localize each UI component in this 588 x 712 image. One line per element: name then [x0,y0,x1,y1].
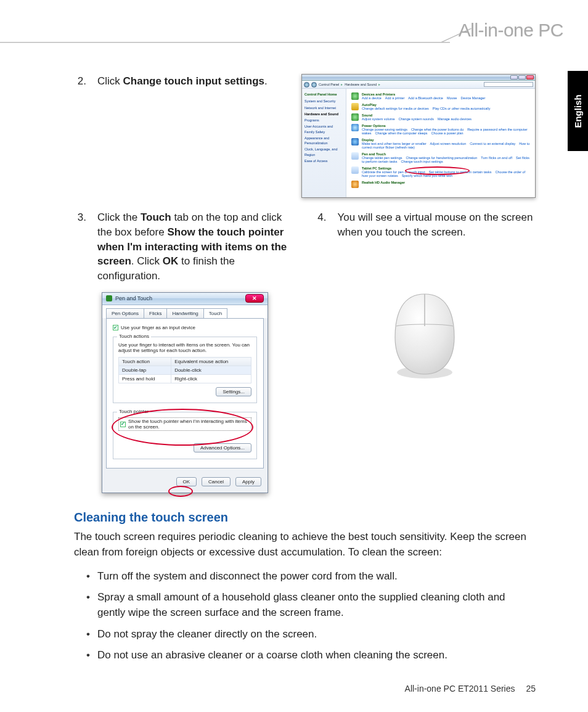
step-body: You will see a virtual mouse on the scre… [338,210,536,240]
tab-flicks[interactable]: Flicks [144,308,167,318]
link[interactable]: Device Manager [460,96,485,100]
breadcrumb[interactable]: Control Panel [319,83,339,86]
link[interactable]: Manage audio devices [438,117,472,121]
list-item: Spray a small amount of a household glas… [86,590,536,620]
link[interactable]: Add a Bluetooth device [408,96,443,100]
sidebar-header[interactable]: Control Panel Home [304,92,343,97]
nav-bar: Control Panel ▸ Hardware and Sound ▸ [302,81,535,89]
chevron-right-icon: ▸ [341,83,343,86]
category-icon [351,166,359,174]
language-tab: English [568,71,588,151]
link[interactable]: Connect to an external display [470,142,515,145]
category: DisplayMake text and other items larger … [351,138,530,149]
link[interactable]: Change when the computer sleeps [375,131,428,135]
minimize-button[interactable] [510,75,518,80]
table-row[interactable]: Press and holdRight-click [119,375,251,383]
app-icon [106,295,112,301]
tab-strip: Pen Options Flicks Handwriting Touch [102,305,267,318]
category-icon [351,92,359,100]
control-panel-screenshot: Control Panel ▸ Hardware and Sound ▸ Con… [301,74,536,198]
nav-back-icon[interactable] [304,82,309,88]
dialog-titlebar: Pen and Touch ✕ [102,293,267,305]
step-2: 2. Click Change touch input settings. [74,74,283,89]
main-panel: Devices and PrintersAdd a deviceAdd a pr… [346,89,535,197]
page-number: 25 [526,684,536,694]
virtual-mouse-illustration [314,289,536,382]
category: Devices and PrintersAdd a deviceAdd a pr… [351,92,530,100]
link[interactable]: Add a printer [385,96,405,100]
nav-forward-icon[interactable] [311,82,317,88]
sidebar-item[interactable]: Appearance and Personalization [304,136,343,146]
table-header[interactable]: Equivalent mouse action [171,358,251,366]
search-input[interactable] [484,82,533,87]
settings-button[interactable]: Settings... [216,387,251,396]
link[interactable]: Adjust screen resolution [430,142,467,145]
table-row[interactable]: Double-tapDouble-click [119,366,251,375]
list-item: Turn off the system and disconnect the p… [86,569,536,584]
footer-text: All-in-one PC ET2011 Series [405,684,515,694]
pen-touch-dialog-screenshot: Pen and Touch ✕ Pen Options Flicks Handw… [102,292,268,494]
list-item: Do not use an abrasive cleaner or a coar… [86,648,536,663]
tab-touch[interactable]: Touch [203,308,227,318]
link[interactable]: Change system sounds [399,117,434,121]
groupbox-text: Use your finger to interact with items o… [118,342,251,353]
annotation-circle [168,486,193,497]
page-header-title: All-in-one PC [459,20,563,41]
category-links: Change power-saving settingsChange what … [362,128,530,135]
link[interactable]: Choose a power plan [431,131,463,135]
sidebar-item[interactable]: User Accounts and Family Safety [304,124,343,134]
step-number: 2. [74,74,86,89]
tab-handwriting[interactable]: Handwriting [166,308,203,318]
close-button[interactable]: ✕ [245,294,264,303]
sidebar-item[interactable]: Clock, Language, and Region [304,147,343,157]
step-number: 3. [74,210,86,284]
category-icon [351,103,359,110]
category-icon [351,138,359,145]
sidebar-item[interactable]: Ease of Access [304,158,343,163]
touch-actions-table: Touch actionEquivalent mouse action Doub… [118,357,251,383]
table-header[interactable]: Touch action [119,358,171,366]
link[interactable]: Change default settings for media or dev… [362,107,429,110]
groupbox-touch-actions: Touch actions Use your finger to interac… [113,337,257,403]
link[interactable]: Play CDs or other media automatically [433,107,491,110]
step-3: 3. Click the Touch tab on the top and cl… [74,210,296,284]
category-links: Change tablet pen settingsChange setting… [362,156,530,163]
close-button[interactable] [526,75,534,80]
checkbox-use-finger[interactable]: ✔ Use your finger as an input device [113,325,195,330]
sidebar-item-active[interactable]: Hardware and Sound [304,112,343,117]
link[interactable]: Adjust system volume [362,117,395,121]
category-links: Change default settings for media or dev… [362,107,530,110]
list-item: Do not spray the cleaner directly on the… [86,627,536,642]
link[interactable]: Change touch input settings [401,160,443,163]
checkbox-label: Use your finger as an input device [121,325,195,330]
category: SoundAdjust system volumeChange system s… [351,113,530,121]
sidebar-item[interactable]: System and Security [304,99,343,104]
category-links: Add a deviceAdd a printerAdd a Bluetooth… [362,96,530,100]
category-links: Adjust system volumeChange system sounds… [362,117,530,121]
link[interactable]: Turn flicks on and off [481,156,512,160]
groupbox-legend: Touch actions [117,333,151,339]
apply-button[interactable]: Apply [235,477,261,486]
step-body: Click Change touch input settings. [97,74,283,89]
annotation-circle [405,166,470,175]
category: Realtek HD Audio Manager [351,181,530,188]
sidebar-item[interactable]: Network and Internet [304,105,343,110]
category: Power OptionsChange power-saving setting… [351,124,530,135]
bullet-list: Turn off the system and disconnect the p… [86,569,536,663]
category-title[interactable]: Realtek HD Audio Manager [362,181,530,184]
link[interactable]: Mouse [447,96,457,100]
sidebar-item[interactable]: Programs [304,118,343,123]
breadcrumb[interactable]: Hardware and Sound [345,83,377,86]
page-footer: All-in-one PC ET2011 Series 25 [405,684,536,694]
tab-pen-options[interactable]: Pen Options [106,308,144,318]
cancel-button[interactable]: Cancel [202,477,231,486]
annotation-circle [112,409,253,446]
maximize-button[interactable] [518,75,526,80]
category: AutoPlayChange default settings for medi… [351,103,530,110]
category-icon [351,124,359,131]
mouse-icon [388,289,462,382]
language-label: English [573,94,583,128]
page-content: 2. Click Change touch input settings. [74,74,536,669]
category-icon [351,113,359,121]
link[interactable]: Add a device [362,96,382,100]
